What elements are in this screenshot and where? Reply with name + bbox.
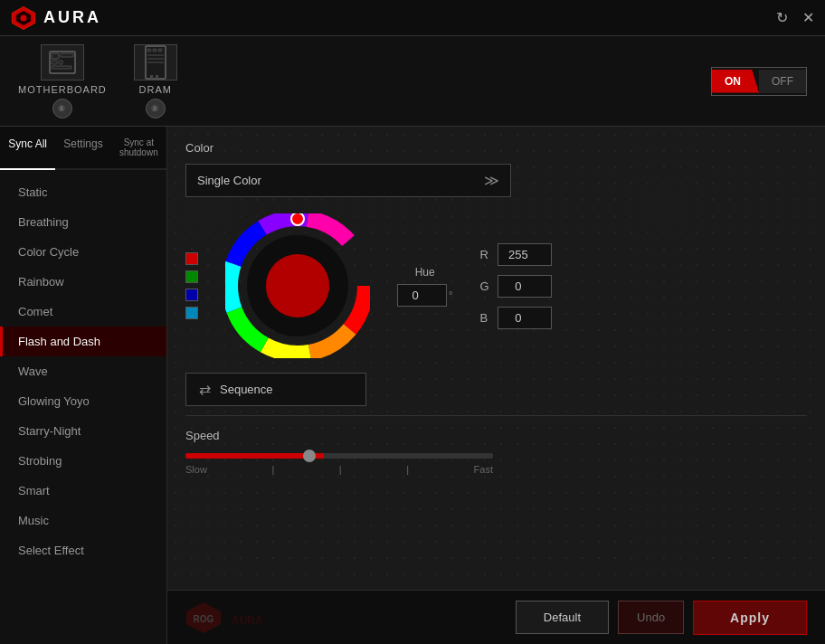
app-logo: AURA: [11, 5, 101, 31]
undo-button[interactable]: Undo: [618, 601, 684, 634]
refresh-button[interactable]: ↻: [776, 11, 788, 25]
g-input[interactable]: [498, 275, 552, 298]
dram-device[interactable]: DRAM ⑧: [134, 44, 177, 118]
svg-rect-14: [147, 58, 164, 60]
swatch-cyan[interactable]: [185, 307, 198, 319]
sequence-button[interactable]: ⇄ Sequence: [185, 373, 366, 406]
motherboard-icon: [41, 44, 84, 80]
sidebar-item-flash-and-dash[interactable]: Flash and Dash: [0, 327, 166, 356]
svg-point-2: [21, 14, 27, 21]
svg-rect-13: [147, 54, 164, 56]
sidebar: Sync All Settings Sync at shutdown Stati…: [0, 127, 167, 644]
dram-badge: ⑧: [146, 99, 166, 118]
svg-rect-12: [158, 49, 162, 52]
default-button[interactable]: Default: [516, 601, 609, 634]
sidebar-item-glowing-yoyo[interactable]: Glowing Yoyo: [0, 386, 166, 416]
content-area: Color Single Color ≫: [167, 127, 825, 644]
speed-section: Speed Slow | | | Fast: [185, 429, 807, 475]
color-section-label: Color: [185, 141, 807, 155]
titlebar: AURA ↻ ✕: [0, 0, 825, 36]
swatch-blue[interactable]: [185, 289, 198, 301]
sidebar-item-wave[interactable]: Wave: [0, 356, 166, 386]
app-title: AURA: [43, 8, 101, 27]
r-label: R: [479, 248, 490, 261]
speed-fast-label: Fast: [474, 464, 493, 475]
dropdown-arrow-icon: ≫: [484, 172, 499, 189]
svg-text:AURA: AURA: [232, 614, 263, 627]
speed-slow-label: Slow: [185, 464, 207, 475]
tab-sync-all[interactable]: Sync All: [0, 127, 55, 170]
apply-button[interactable]: Apply: [693, 601, 807, 635]
svg-point-29: [291, 213, 304, 225]
main-area: Sync All Settings Sync at shutdown Stati…: [0, 127, 825, 644]
swatch-green[interactable]: [185, 270, 198, 283]
speed-slider[interactable]: [185, 453, 493, 459]
g-label: G: [479, 279, 490, 293]
svg-rect-16: [150, 75, 153, 79]
b-label: B: [479, 311, 490, 325]
color-mode-value: Single Color: [197, 174, 261, 187]
hue-input[interactable]: [397, 284, 447, 307]
sidebar-item-comet[interactable]: Comet: [0, 297, 166, 327]
rgb-section: R G B: [479, 243, 552, 329]
sequence-label: Sequence: [220, 383, 273, 396]
motherboard-device[interactable]: MOTHERBOARD ⑧: [18, 44, 107, 118]
b-row: B: [479, 307, 552, 329]
speed-tick-2: |: [339, 464, 342, 475]
tab-bar: Sync All Settings Sync at shutdown: [0, 127, 166, 170]
rog-icon: [11, 5, 36, 31]
tab-sync-shutdown[interactable]: Sync at shutdown: [111, 127, 166, 170]
toggle-off-button[interactable]: OFF: [759, 70, 806, 93]
close-button[interactable]: ✕: [802, 11, 814, 25]
svg-rect-15: [147, 62, 164, 63]
speed-tick-1: |: [271, 464, 274, 475]
sidebar-list: Static Breathing Color Cycle Rainbow Com…: [0, 170, 166, 573]
color-wheel[interactable]: [225, 213, 370, 358]
b-input[interactable]: [498, 307, 552, 329]
hue-section: Hue °: [397, 266, 452, 307]
sidebar-item-starry-night[interactable]: Starry-Night: [0, 416, 166, 446]
device-bar: MOTHERBOARD ⑧ DRAM ⑧ ON OFF: [0, 36, 825, 127]
sidebar-item-static[interactable]: Static: [0, 177, 166, 207]
motherboard-label: MOTHERBOARD: [18, 84, 107, 95]
tab-settings[interactable]: Settings: [55, 127, 110, 170]
svg-rect-7: [59, 61, 62, 64]
dram-label: DRAM: [139, 84, 172, 95]
divider: [185, 415, 807, 416]
hue-unit: °: [449, 289, 452, 300]
sidebar-item-rainbow[interactable]: Rainbow: [0, 267, 166, 297]
speed-tick-3: |: [406, 464, 409, 475]
speed-label: Speed: [185, 429, 807, 442]
hue-label: Hue: [415, 266, 435, 279]
color-mode-dropdown[interactable]: Single Color ≫: [185, 164, 511, 197]
titlebar-controls: ↻ ✕: [776, 11, 814, 25]
svg-point-28: [266, 254, 329, 317]
svg-rect-17: [156, 75, 158, 79]
r-input[interactable]: [498, 243, 552, 266]
sidebar-item-color-cycle[interactable]: Color Cycle: [0, 237, 166, 267]
svg-rect-4: [52, 53, 59, 59]
sidebar-item-select-effect[interactable]: Select Effect: [0, 535, 166, 565]
speed-ticks: Slow | | | Fast: [185, 464, 493, 475]
power-toggle[interactable]: ON OFF: [711, 67, 807, 96]
svg-rect-5: [61, 53, 73, 57]
svg-rect-6: [52, 61, 57, 64]
bottom-bar: ROG AURA Default Undo Apply: [167, 590, 825, 644]
toggle-on-button[interactable]: ON: [712, 70, 759, 93]
svg-rect-11: [153, 49, 156, 52]
swatch-red[interactable]: [185, 252, 198, 265]
sidebar-item-smart[interactable]: Smart: [0, 476, 166, 506]
rog-watermark: ROG AURA: [185, 601, 272, 634]
svg-rect-8: [52, 66, 71, 69]
sidebar-item-music[interactable]: Music: [0, 506, 166, 535]
sidebar-item-strobing[interactable]: Strobing: [0, 446, 166, 476]
r-row: R: [479, 243, 552, 266]
sidebar-item-breathing[interactable]: Breathing: [0, 207, 166, 237]
motherboard-badge: ⑧: [52, 99, 72, 118]
color-picker-area: Hue ° R G B: [185, 213, 807, 358]
color-swatches: [185, 252, 198, 319]
sequence-icon: ⇄: [199, 381, 211, 398]
color-wheel-svg: [225, 213, 370, 358]
svg-rect-10: [147, 49, 151, 52]
g-row: G: [479, 275, 552, 298]
